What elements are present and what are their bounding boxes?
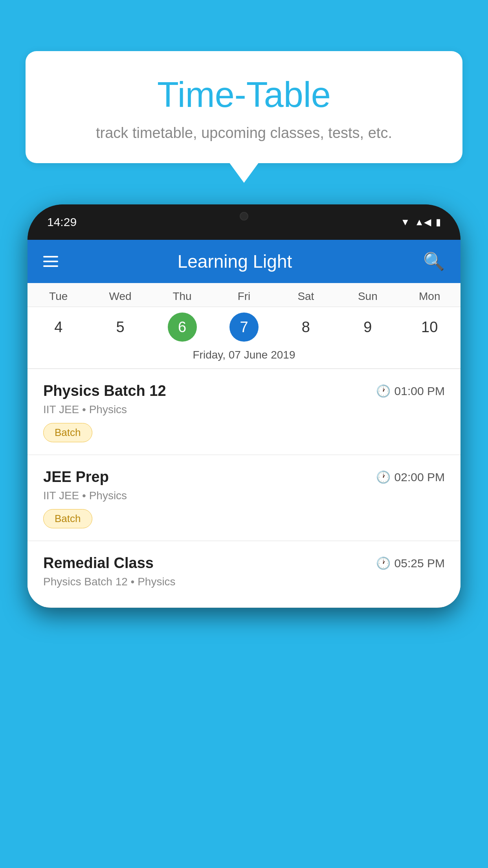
phone-notch xyxy=(213,204,275,228)
schedule-list: Physics Batch 12 🕐 01:00 PM IIT JEE • Ph… xyxy=(28,369,460,607)
clock-icon-3: 🕐 xyxy=(376,556,391,570)
schedule-title-1: Physics Batch 12 xyxy=(43,383,166,399)
time-value-1: 01:00 PM xyxy=(394,384,445,398)
day-5[interactable]: 5 xyxy=(89,313,151,342)
search-icon[interactable]: 🔍 xyxy=(423,251,445,272)
wifi-icon: ▼ xyxy=(400,217,410,228)
schedule-title-3: Remedial Class xyxy=(43,555,154,572)
day-numbers: 4 5 6 7 8 9 10 xyxy=(28,307,460,345)
schedule-time-3: 🕐 05:25 PM xyxy=(376,556,445,570)
batch-badge-2: Batch xyxy=(43,509,92,528)
day-6-today[interactable]: 6 xyxy=(151,313,213,342)
battery-icon: ▮ xyxy=(436,217,441,228)
time-value-2: 02:00 PM xyxy=(394,471,445,484)
speech-bubble-tail xyxy=(229,162,259,183)
hamburger-menu-icon[interactable] xyxy=(43,256,58,267)
day-8[interactable]: 8 xyxy=(275,313,337,342)
time-value-3: 05:25 PM xyxy=(394,557,445,570)
clock-icon-2: 🕐 xyxy=(376,470,391,484)
phone-top-bar: 14:29 ▼ ▲◀ ▮ xyxy=(28,204,460,240)
schedule-subtitle-1: IIT JEE • Physics xyxy=(43,403,445,416)
batch-badge-1: Batch xyxy=(43,423,92,442)
app-title: Learning Light xyxy=(70,251,400,272)
day-header-fri: Fri xyxy=(213,283,275,307)
day-header-wed: Wed xyxy=(89,283,151,307)
app-screen: Learning Light 🔍 Tue Wed Thu Fri Sat Sun… xyxy=(28,240,460,608)
schedule-title-2: JEE Prep xyxy=(43,469,109,485)
day-header-sun: Sun xyxy=(337,283,398,307)
schedule-item-physics-batch-12[interactable]: Physics Batch 12 🕐 01:00 PM IIT JEE • Ph… xyxy=(28,369,460,454)
clock-icon-1: 🕐 xyxy=(376,384,391,398)
camera xyxy=(240,212,248,221)
schedule-item-remedial-class[interactable]: Remedial Class 🕐 05:25 PM Physics Batch … xyxy=(28,541,460,607)
day-header-tue: Tue xyxy=(28,283,89,307)
day-10[interactable]: 10 xyxy=(399,313,460,342)
signal-icon: ▲◀ xyxy=(415,217,431,228)
schedule-item-jee-prep[interactable]: JEE Prep 🕐 02:00 PM IIT JEE • Physics Ba… xyxy=(28,455,460,540)
day-header-mon: Mon xyxy=(399,283,460,307)
schedule-time-2: 🕐 02:00 PM xyxy=(376,470,445,484)
phone-container: 14:29 ▼ ▲◀ ▮ Learning Light 🔍 xyxy=(28,204,460,868)
schedule-subtitle-2: IIT JEE • Physics xyxy=(43,489,445,502)
schedule-time-1: 🕐 01:00 PM xyxy=(376,384,445,398)
selected-date-label: Friday, 07 June 2019 xyxy=(28,345,460,369)
phone-frame: 14:29 ▼ ▲◀ ▮ Learning Light 🔍 xyxy=(28,204,460,608)
day-9[interactable]: 9 xyxy=(337,313,398,342)
app-bar: Learning Light 🔍 xyxy=(28,240,460,283)
bubble-subtitle: track timetable, upcoming classes, tests… xyxy=(57,125,431,142)
status-icons: ▼ ▲◀ ▮ xyxy=(400,217,441,228)
day-headers: Tue Wed Thu Fri Sat Sun Mon xyxy=(28,283,460,307)
calendar-strip: Tue Wed Thu Fri Sat Sun Mon 4 5 6 7 8 9 … xyxy=(28,283,460,369)
day-4[interactable]: 4 xyxy=(28,313,89,342)
day-header-thu: Thu xyxy=(151,283,213,307)
day-7-selected[interactable]: 7 xyxy=(213,313,275,342)
speech-bubble-card: Time-Table track timetable, upcoming cla… xyxy=(26,51,462,163)
bubble-title: Time-Table xyxy=(57,75,431,115)
day-header-sat: Sat xyxy=(275,283,337,307)
speech-bubble-section: Time-Table track timetable, upcoming cla… xyxy=(26,51,462,183)
schedule-subtitle-3: Physics Batch 12 • Physics xyxy=(43,576,445,588)
phone-time: 14:29 xyxy=(47,215,77,229)
